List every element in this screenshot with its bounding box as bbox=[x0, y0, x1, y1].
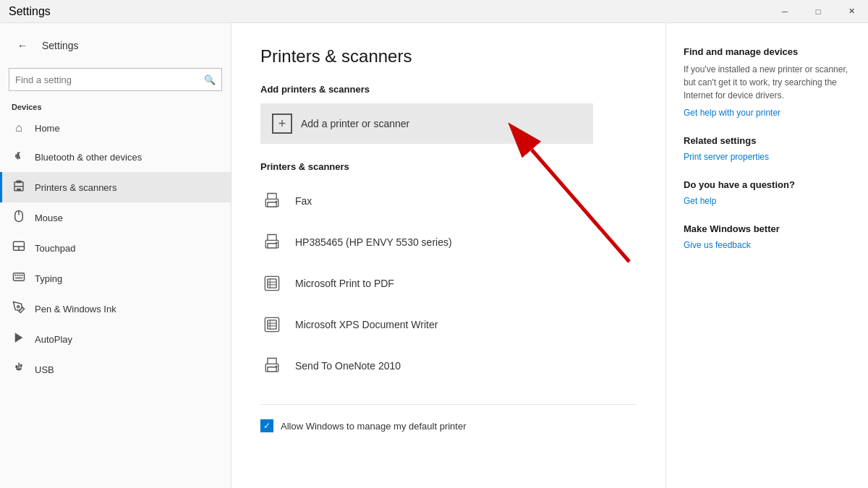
titlebar: Settings ─ □ ✕ bbox=[0, 0, 868, 23]
checkbox-check-icon: ✓ bbox=[263, 421, 271, 431]
sidebar-item-autoplay[interactable]: AutoPlay bbox=[0, 324, 231, 354]
sidebar-item-label-home: Home bbox=[35, 123, 60, 134]
sidebar-item-touchpad[interactable]: Touchpad bbox=[0, 233, 231, 263]
svg-rect-23 bbox=[268, 244, 276, 248]
svg-rect-18 bbox=[268, 194, 276, 200]
printer-list: Fax HP385465 (HP ENVY 5530 series) Mi bbox=[260, 181, 637, 387]
sidebar-item-printers[interactable]: Printers & scanners bbox=[0, 172, 231, 202]
maximize-button[interactable]: □ bbox=[801, 0, 835, 23]
svg-point-13 bbox=[17, 306, 20, 308]
sidebar-item-label-pen: Pen & Windows Ink bbox=[35, 304, 116, 314]
sidebar-item-label-usb: USB bbox=[35, 364, 54, 375]
svg-rect-19 bbox=[268, 202, 276, 207]
sidebar-item-mouse[interactable]: Mouse bbox=[0, 202, 231, 233]
svg-rect-31 bbox=[268, 320, 276, 329]
print-server-properties-link[interactable]: Print server properties bbox=[684, 152, 851, 162]
sidebar: ← Settings 🔍 Devices ⌂ Home Bluetooth & … bbox=[0, 23, 231, 488]
default-printer-checkbox[interactable]: ✓ bbox=[260, 419, 273, 432]
sidebar-item-typing[interactable]: Typing bbox=[0, 263, 231, 294]
sidebar-app-title: Settings bbox=[42, 40, 79, 51]
home-icon: ⌂ bbox=[12, 121, 26, 134]
list-section-title: Printers & scanners bbox=[260, 161, 637, 172]
sidebar-item-label-autoplay: AutoPlay bbox=[35, 334, 72, 345]
printer-icon bbox=[260, 313, 284, 336]
printer-list-item[interactable]: Fax bbox=[260, 181, 637, 222]
printer-icon bbox=[260, 354, 284, 377]
svg-rect-37 bbox=[268, 367, 276, 372]
printer-list-item[interactable]: Microsoft XPS Document Writer bbox=[260, 304, 637, 346]
printer-icon bbox=[260, 189, 284, 213]
main-content: Printers & scanners Add printers & scann… bbox=[231, 23, 665, 488]
svg-rect-26 bbox=[268, 279, 276, 288]
usb-icon bbox=[12, 361, 26, 377]
svg-marker-14 bbox=[15, 333, 23, 343]
svg-rect-1 bbox=[17, 189, 21, 191]
sidebar-item-label-mouse: Mouse bbox=[35, 213, 63, 223]
sidebar-item-label-typing: Typing bbox=[35, 273, 62, 284]
sidebar-section-label: Devices bbox=[0, 100, 231, 114]
svg-point-38 bbox=[276, 366, 278, 368]
mouse-icon bbox=[12, 210, 26, 226]
printer-name: Fax bbox=[295, 195, 312, 207]
add-printer-label: Add a printer or scanner bbox=[301, 118, 409, 129]
printer-icon bbox=[260, 272, 284, 295]
svg-rect-7 bbox=[14, 273, 25, 281]
printer-list-item[interactable]: Microsoft Print to PDF bbox=[260, 263, 637, 304]
back-button[interactable]: ← bbox=[12, 35, 33, 56]
related-settings-title: Related settings bbox=[684, 135, 851, 146]
close-button[interactable]: ✕ bbox=[835, 0, 868, 23]
printer-list-item[interactable]: HP385465 (HP ENVY 5530 series) bbox=[260, 222, 637, 263]
printer-name: Microsoft XPS Document Writer bbox=[295, 319, 438, 330]
find-manage-body: If you've installed a new printer or sca… bbox=[684, 63, 851, 102]
get-help-link[interactable]: Get help bbox=[684, 196, 851, 206]
printer-name: Microsoft Print to PDF bbox=[295, 278, 394, 289]
titlebar-title: Settings bbox=[9, 5, 51, 18]
sidebar-item-bluetooth[interactable]: Bluetooth & other devices bbox=[0, 142, 231, 172]
question-title: Do you have a question? bbox=[684, 179, 851, 190]
sidebar-item-label-touchpad: Touchpad bbox=[35, 243, 75, 254]
printers-icon bbox=[12, 179, 26, 195]
touchpad-icon bbox=[12, 240, 26, 256]
printer-icon bbox=[260, 231, 284, 254]
sidebar-item-usb[interactable]: USB bbox=[0, 354, 231, 385]
checkbox-label: Allow Windows to manage my default print… bbox=[281, 421, 467, 432]
get-help-printer-link[interactable]: Get help with your printer bbox=[684, 108, 851, 118]
minimize-button[interactable]: ─ bbox=[768, 0, 801, 23]
windows-better-title: Make Windows better bbox=[684, 223, 851, 234]
app-body: ← Settings 🔍 Devices ⌂ Home Bluetooth & … bbox=[0, 23, 868, 488]
add-printer-button[interactable]: + Add a printer or scanner bbox=[260, 103, 593, 144]
printer-list-item[interactable]: Send To OneNote 2010 bbox=[260, 346, 637, 387]
printer-name: HP385465 (HP ENVY 5530 series) bbox=[295, 236, 452, 248]
sidebar-item-pen[interactable]: Pen & Windows Ink bbox=[0, 294, 231, 324]
typing-icon bbox=[12, 270, 26, 286]
svg-rect-36 bbox=[268, 359, 276, 364]
nav-list: ⌂ Home Bluetooth & other devices Printer… bbox=[0, 114, 231, 385]
add-plus-icon: + bbox=[272, 114, 292, 134]
bluetooth-icon bbox=[12, 149, 26, 165]
svg-point-24 bbox=[276, 242, 278, 244]
sidebar-header: ← Settings bbox=[0, 23, 231, 62]
svg-point-20 bbox=[276, 201, 278, 203]
search-input[interactable] bbox=[15, 74, 204, 85]
add-section-title: Add printers & scanners bbox=[260, 84, 637, 95]
checkbox-section: ✓ Allow Windows to manage my default pri… bbox=[260, 404, 637, 432]
printer-name: Send To OneNote 2010 bbox=[295, 360, 401, 372]
search-icon: 🔍 bbox=[204, 74, 216, 85]
page-title: Printers & scanners bbox=[260, 46, 637, 67]
right-panel: Find and manage devices If you've instal… bbox=[665, 23, 868, 488]
titlebar-left: Settings bbox=[9, 5, 51, 18]
svg-rect-22 bbox=[268, 235, 276, 241]
find-manage-title: Find and manage devices bbox=[684, 46, 851, 57]
sidebar-item-label-printers: Printers & scanners bbox=[35, 182, 116, 193]
titlebar-controls: ─ □ ✕ bbox=[768, 0, 868, 23]
sidebar-item-home[interactable]: ⌂ Home bbox=[0, 114, 231, 142]
give-feedback-link[interactable]: Give us feedback bbox=[684, 240, 851, 250]
pen-icon bbox=[12, 301, 26, 317]
search-box[interactable]: 🔍 bbox=[9, 68, 222, 91]
sidebar-item-label-bluetooth: Bluetooth & other devices bbox=[35, 152, 142, 163]
autoplay-icon bbox=[12, 331, 26, 347]
